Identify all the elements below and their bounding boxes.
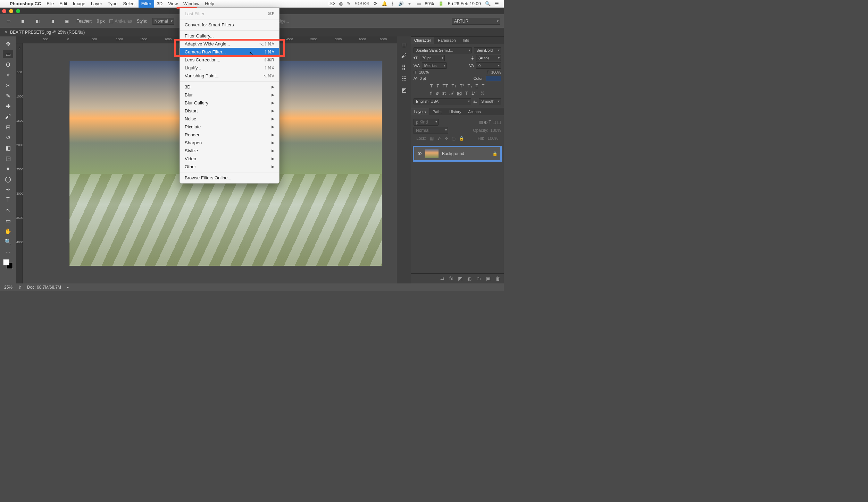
adjustment-icon[interactable]: ◐ (467, 276, 471, 281)
lock-pos-icon[interactable]: ✥ (445, 136, 448, 141)
dropbox-icon[interactable]: ⌦ (328, 1, 335, 6)
mi-liquify[interactable]: Liquify...⇧⌘X (180, 64, 279, 72)
opentype-buttons[interactable]: fiøst𝒜a͟dT1ˢᵗ½ (414, 91, 501, 96)
mi-browse-filters[interactable]: Browse Filters Online... (180, 174, 279, 182)
sync-icon[interactable]: ⟳ (374, 1, 377, 6)
filter-type-icons[interactable]: ▤ ◐ T ▢ ◫ (479, 120, 501, 125)
mask-icon[interactable]: ◩ (458, 276, 462, 281)
tool-preset-icon[interactable]: ▭ (3, 16, 13, 26)
menu-window[interactable]: Window (181, 0, 202, 8)
selection-intersect-icon[interactable]: ▣ (62, 16, 72, 26)
styles-panel-icon[interactable]: ◩ (401, 87, 407, 93)
document-tab[interactable]: × BEART PRESETS.jpg @ 25% (RGB/8#) (0, 28, 90, 36)
color-swatch[interactable] (3, 259, 13, 269)
gradient-tool[interactable]: ◳ (3, 154, 13, 162)
lock-paint-icon[interactable]: 🖌 (437, 136, 441, 141)
mi-sub-render[interactable]: Render▶ (180, 131, 279, 139)
mi-convert-smart[interactable]: Convert for Smart Filters (180, 21, 279, 29)
menu-edit[interactable]: Edit (57, 0, 70, 8)
tab-character[interactable]: Character (411, 37, 434, 44)
minimize-window[interactable] (9, 9, 13, 13)
eraser-tool[interactable]: ◧ (3, 144, 13, 152)
zoom-tool[interactable]: 🔍 (3, 237, 13, 246)
mi-sub-other[interactable]: Other▶ (180, 163, 279, 171)
swatches-panel-icon[interactable]: ⣿ (402, 64, 406, 70)
menu-view[interactable]: View (165, 0, 181, 8)
menu-select[interactable]: Select (120, 0, 138, 8)
marquee-tool[interactable]: ▭ (3, 50, 13, 58)
mi-sub-pixelate[interactable]: Pixelate▶ (180, 123, 279, 131)
tab-paths[interactable]: Paths (429, 108, 446, 115)
group-icon[interactable]: 🗀 (476, 276, 481, 281)
font-weight-select[interactable]: SemiBold (474, 47, 501, 53)
anti-alias-select[interactable]: Smooth (479, 98, 501, 104)
lock-artboard-icon[interactable]: ▢ (452, 136, 456, 141)
selection-add-icon[interactable]: ◧ (33, 16, 42, 26)
doc-size-arrow[interactable]: ▸ (67, 285, 69, 290)
tab-actions[interactable]: Actions (465, 108, 484, 115)
type-tool[interactable]: T (3, 196, 13, 204)
selection-subtract-icon[interactable]: ◨ (47, 16, 57, 26)
leading-select[interactable]: (Auto) (476, 55, 501, 61)
crop-tool[interactable]: ✂ (3, 81, 13, 90)
color-swatch-button[interactable] (486, 76, 501, 81)
type-style-buttons[interactable]: TTTTTтT¹T₁TŦ (414, 83, 501, 88)
mi-sub-stylize[interactable]: Stylize▶ (180, 147, 279, 155)
cc-icon[interactable]: ◎ (339, 1, 343, 6)
tab-layers[interactable]: Layers (411, 108, 429, 115)
font-family-select[interactable]: Josefin Sans SemiB... (414, 47, 472, 53)
brush-tool[interactable]: 🖌 (3, 112, 13, 121)
menu-help[interactable]: Help (202, 0, 217, 8)
delete-layer-icon[interactable]: 🗑 (495, 276, 500, 281)
close-window[interactable] (2, 9, 6, 13)
font-size-select[interactable]: 70 pt (420, 55, 445, 61)
menu-layer[interactable]: Layer (88, 0, 105, 8)
tracking-select[interactable]: 0 (476, 62, 501, 69)
tab-history[interactable]: History (446, 108, 465, 115)
menu-filter[interactable]: Filter (139, 0, 154, 8)
edit-toolbar[interactable]: ⋯ (3, 248, 13, 256)
feather-value[interactable]: 0 px (97, 19, 105, 24)
filter-kind-select[interactable]: ρ Kind (414, 119, 439, 126)
mi-sub-blur[interactable]: Blur▶ (180, 91, 279, 99)
eyedropper-tool[interactable]: ✎ (3, 92, 13, 100)
3d-panel-icon[interactable]: ⬚ (401, 41, 407, 48)
style-select[interactable]: Normal (152, 18, 175, 25)
lasso-tool[interactable]: ʘ (3, 60, 13, 69)
vscale-value[interactable]: 100% (419, 70, 429, 74)
pen-tool[interactable]: ✒ (3, 185, 13, 194)
mi-sub-3d[interactable]: 3D▶ (180, 83, 279, 91)
workspace-select[interactable]: ARTUR (452, 18, 500, 25)
spotlight-icon[interactable]: 🔍 (485, 1, 491, 6)
mi-sub-noise[interactable]: Noise▶ (180, 115, 279, 123)
path-select-tool[interactable]: ↖ (3, 206, 13, 214)
mi-filter-gallery[interactable]: Filter Gallery... (180, 32, 279, 40)
dodge-tool[interactable]: ◯ (3, 175, 13, 183)
mi-sub-distort[interactable]: Distort▶ (180, 107, 279, 115)
blur-tool[interactable]: ● (3, 164, 13, 173)
mem-icon[interactable]: MEM 90% (355, 2, 369, 5)
doc-size[interactable]: Doc: 68.7M/68.7M (27, 285, 61, 290)
close-tab-icon[interactable]: × (5, 30, 7, 35)
mi-sub-video[interactable]: Video▶ (180, 155, 279, 163)
baseline-value[interactable]: 0 pt (419, 76, 426, 80)
fx-icon[interactable]: fx (449, 276, 453, 281)
language-select[interactable]: English: USA (414, 98, 471, 104)
tab-paragraph[interactable]: Paragraph (434, 37, 459, 44)
history-brush-tool[interactable]: ↺ (3, 133, 13, 142)
app-name[interactable]: Photoshop CC (7, 0, 44, 8)
bell-icon[interactable]: 🔔 (382, 1, 387, 6)
mi-lens-correction[interactable]: Lens Correction...⇧⌘R (180, 56, 279, 64)
evernote-icon[interactable]: ✎ (347, 1, 351, 6)
bluetooth-icon[interactable]: ᚼ (391, 1, 394, 6)
move-tool[interactable]: ✥ (3, 40, 13, 48)
healing-tool[interactable]: ✚ (3, 102, 13, 110)
volume-icon[interactable]: 🔊 (398, 1, 404, 6)
layer-lock-icon[interactable]: 🔒 (492, 151, 498, 156)
visibility-icon[interactable]: 👁 (417, 151, 422, 156)
quick-select-tool[interactable]: ✧ (3, 71, 13, 79)
mi-adaptive-wide-angle[interactable]: Adaptive Wide Angle...⌥⇧⌘A (180, 40, 279, 48)
display-icon[interactable]: ▭ (417, 1, 421, 6)
stamp-tool[interactable]: ⊟ (3, 123, 13, 131)
layer-row-background[interactable]: 👁 Background 🔒 (414, 147, 500, 160)
